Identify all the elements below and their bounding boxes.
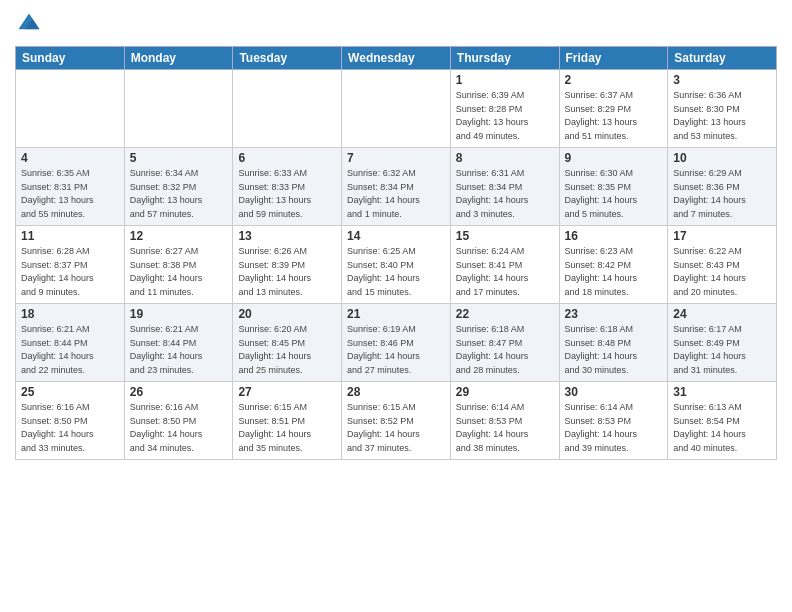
week-row-4: 18Sunrise: 6:21 AM Sunset: 8:44 PM Dayli… [16,304,777,382]
day-number: 20 [238,307,336,321]
calendar-cell: 25Sunrise: 6:16 AM Sunset: 8:50 PM Dayli… [16,382,125,460]
calendar-cell [124,70,233,148]
calendar-cell [233,70,342,148]
day-number: 13 [238,229,336,243]
week-row-1: 1Sunrise: 6:39 AM Sunset: 8:28 PM Daylig… [16,70,777,148]
day-info: Sunrise: 6:15 AM Sunset: 8:51 PM Dayligh… [238,401,336,455]
day-info: Sunrise: 6:17 AM Sunset: 8:49 PM Dayligh… [673,323,771,377]
day-info: Sunrise: 6:32 AM Sunset: 8:34 PM Dayligh… [347,167,445,221]
day-info: Sunrise: 6:19 AM Sunset: 8:46 PM Dayligh… [347,323,445,377]
calendar-cell [16,70,125,148]
calendar-cell [342,70,451,148]
day-number: 31 [673,385,771,399]
day-number: 4 [21,151,119,165]
calendar-cell: 23Sunrise: 6:18 AM Sunset: 8:48 PM Dayli… [559,304,668,382]
calendar-cell: 30Sunrise: 6:14 AM Sunset: 8:53 PM Dayli… [559,382,668,460]
weekday-header-tuesday: Tuesday [233,47,342,70]
calendar-cell: 1Sunrise: 6:39 AM Sunset: 8:28 PM Daylig… [450,70,559,148]
calendar-cell: 21Sunrise: 6:19 AM Sunset: 8:46 PM Dayli… [342,304,451,382]
calendar-cell: 27Sunrise: 6:15 AM Sunset: 8:51 PM Dayli… [233,382,342,460]
day-info: Sunrise: 6:22 AM Sunset: 8:43 PM Dayligh… [673,245,771,299]
day-number: 23 [565,307,663,321]
day-info: Sunrise: 6:24 AM Sunset: 8:41 PM Dayligh… [456,245,554,299]
day-info: Sunrise: 6:34 AM Sunset: 8:32 PM Dayligh… [130,167,228,221]
day-number: 14 [347,229,445,243]
calendar-cell: 16Sunrise: 6:23 AM Sunset: 8:42 PM Dayli… [559,226,668,304]
weekday-header-wednesday: Wednesday [342,47,451,70]
day-info: Sunrise: 6:27 AM Sunset: 8:38 PM Dayligh… [130,245,228,299]
week-row-2: 4Sunrise: 6:35 AM Sunset: 8:31 PM Daylig… [16,148,777,226]
day-info: Sunrise: 6:35 AM Sunset: 8:31 PM Dayligh… [21,167,119,221]
day-info: Sunrise: 6:18 AM Sunset: 8:48 PM Dayligh… [565,323,663,377]
day-info: Sunrise: 6:14 AM Sunset: 8:53 PM Dayligh… [456,401,554,455]
week-row-3: 11Sunrise: 6:28 AM Sunset: 8:37 PM Dayli… [16,226,777,304]
day-info: Sunrise: 6:29 AM Sunset: 8:36 PM Dayligh… [673,167,771,221]
day-info: Sunrise: 6:14 AM Sunset: 8:53 PM Dayligh… [565,401,663,455]
day-info: Sunrise: 6:16 AM Sunset: 8:50 PM Dayligh… [21,401,119,455]
day-number: 10 [673,151,771,165]
calendar-cell: 9Sunrise: 6:30 AM Sunset: 8:35 PM Daylig… [559,148,668,226]
day-number: 22 [456,307,554,321]
day-number: 5 [130,151,228,165]
day-info: Sunrise: 6:39 AM Sunset: 8:28 PM Dayligh… [456,89,554,143]
day-info: Sunrise: 6:23 AM Sunset: 8:42 PM Dayligh… [565,245,663,299]
day-number: 12 [130,229,228,243]
day-info: Sunrise: 6:33 AM Sunset: 8:33 PM Dayligh… [238,167,336,221]
day-number: 19 [130,307,228,321]
calendar-cell: 31Sunrise: 6:13 AM Sunset: 8:54 PM Dayli… [668,382,777,460]
day-number: 17 [673,229,771,243]
calendar-cell: 28Sunrise: 6:15 AM Sunset: 8:52 PM Dayli… [342,382,451,460]
day-info: Sunrise: 6:20 AM Sunset: 8:45 PM Dayligh… [238,323,336,377]
day-info: Sunrise: 6:13 AM Sunset: 8:54 PM Dayligh… [673,401,771,455]
day-info: Sunrise: 6:30 AM Sunset: 8:35 PM Dayligh… [565,167,663,221]
logo-icon [15,10,43,38]
calendar-cell: 18Sunrise: 6:21 AM Sunset: 8:44 PM Dayli… [16,304,125,382]
calendar-cell: 17Sunrise: 6:22 AM Sunset: 8:43 PM Dayli… [668,226,777,304]
calendar-cell: 19Sunrise: 6:21 AM Sunset: 8:44 PM Dayli… [124,304,233,382]
day-number: 9 [565,151,663,165]
day-number: 26 [130,385,228,399]
calendar-cell: 22Sunrise: 6:18 AM Sunset: 8:47 PM Dayli… [450,304,559,382]
day-info: Sunrise: 6:25 AM Sunset: 8:40 PM Dayligh… [347,245,445,299]
calendar-cell: 13Sunrise: 6:26 AM Sunset: 8:39 PM Dayli… [233,226,342,304]
calendar-cell: 5Sunrise: 6:34 AM Sunset: 8:32 PM Daylig… [124,148,233,226]
day-info: Sunrise: 6:31 AM Sunset: 8:34 PM Dayligh… [456,167,554,221]
day-number: 15 [456,229,554,243]
day-info: Sunrise: 6:18 AM Sunset: 8:47 PM Dayligh… [456,323,554,377]
calendar-cell: 6Sunrise: 6:33 AM Sunset: 8:33 PM Daylig… [233,148,342,226]
day-number: 11 [21,229,119,243]
weekday-header-thursday: Thursday [450,47,559,70]
weekday-header-monday: Monday [124,47,233,70]
day-info: Sunrise: 6:15 AM Sunset: 8:52 PM Dayligh… [347,401,445,455]
calendar-cell: 26Sunrise: 6:16 AM Sunset: 8:50 PM Dayli… [124,382,233,460]
day-info: Sunrise: 6:26 AM Sunset: 8:39 PM Dayligh… [238,245,336,299]
calendar-cell: 7Sunrise: 6:32 AM Sunset: 8:34 PM Daylig… [342,148,451,226]
calendar-cell: 4Sunrise: 6:35 AM Sunset: 8:31 PM Daylig… [16,148,125,226]
day-info: Sunrise: 6:37 AM Sunset: 8:29 PM Dayligh… [565,89,663,143]
day-info: Sunrise: 6:16 AM Sunset: 8:50 PM Dayligh… [130,401,228,455]
page: SundayMondayTuesdayWednesdayThursdayFrid… [0,0,792,612]
calendar-cell: 12Sunrise: 6:27 AM Sunset: 8:38 PM Dayli… [124,226,233,304]
calendar-cell: 10Sunrise: 6:29 AM Sunset: 8:36 PM Dayli… [668,148,777,226]
day-info: Sunrise: 6:36 AM Sunset: 8:30 PM Dayligh… [673,89,771,143]
day-number: 8 [456,151,554,165]
day-number: 24 [673,307,771,321]
day-info: Sunrise: 6:21 AM Sunset: 8:44 PM Dayligh… [21,323,119,377]
day-info: Sunrise: 6:21 AM Sunset: 8:44 PM Dayligh… [130,323,228,377]
day-info: Sunrise: 6:28 AM Sunset: 8:37 PM Dayligh… [21,245,119,299]
day-number: 30 [565,385,663,399]
weekday-header-sunday: Sunday [16,47,125,70]
day-number: 25 [21,385,119,399]
day-number: 29 [456,385,554,399]
logo [15,10,47,38]
calendar-cell: 14Sunrise: 6:25 AM Sunset: 8:40 PM Dayli… [342,226,451,304]
day-number: 1 [456,73,554,87]
week-row-5: 25Sunrise: 6:16 AM Sunset: 8:50 PM Dayli… [16,382,777,460]
day-number: 7 [347,151,445,165]
day-number: 28 [347,385,445,399]
weekday-header-saturday: Saturday [668,47,777,70]
day-number: 27 [238,385,336,399]
day-number: 2 [565,73,663,87]
day-number: 18 [21,307,119,321]
calendar-cell: 11Sunrise: 6:28 AM Sunset: 8:37 PM Dayli… [16,226,125,304]
